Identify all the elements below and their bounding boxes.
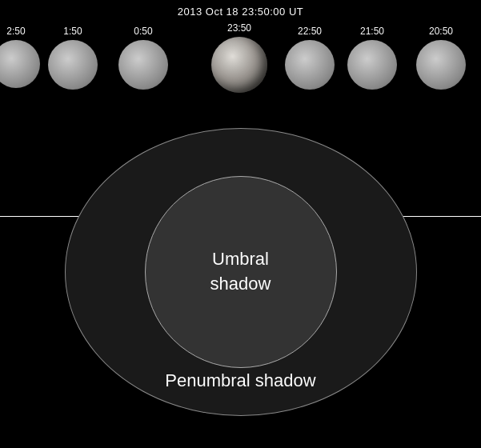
title-text: 2013 Oct 18 23:50:00 UT [178, 6, 303, 18]
moon-label-22-50: 22:50 [298, 26, 322, 37]
moon-label-23-50: 23:50 [227, 22, 251, 34]
penumbral-shadow-circle: Umbral shadow Penumbral shadow [65, 128, 417, 416]
umbral-shadow-circle: Umbral shadow [145, 176, 337, 368]
title-bar: 2013 Oct 18 23:50:00 UT [0, 0, 481, 22]
moon-circle-20-50 [416, 40, 466, 90]
moon-23-50: 23:50 [211, 22, 267, 93]
moon-circle-21-50 [347, 40, 397, 90]
moon-21-50: 21:50 [347, 26, 397, 90]
moon-circle-1-50 [48, 40, 98, 90]
moon-22-50: 22:50 [285, 26, 335, 90]
moon-circle-2-50 [0, 40, 40, 88]
moon-2-50: 2:50 [0, 26, 40, 88]
moon-0-50: 0:50 [118, 26, 168, 90]
moon-strip: 2:50 1:50 0:50 23:50 22:50 21:50 [0, 22, 481, 126]
main-moon-circle [211, 37, 267, 93]
eclipse-diagram: 2013 Oct 18 23:50:00 UT 2:50 1:50 0:50 2… [0, 0, 481, 448]
shadow-diagram: Umbral shadow Penumbral shadow [41, 124, 441, 420]
moon-label-2-50: 2:50 [6, 26, 25, 37]
umbral-shadow-label: Umbral shadow [210, 247, 271, 297]
moon-1-50: 1:50 [48, 26, 98, 90]
moon-label-20-50: 20:50 [429, 26, 453, 37]
moon-label-0-50: 0:50 [134, 26, 152, 37]
moon-20-50: 20:50 [416, 26, 466, 90]
moon-circle-22-50 [285, 40, 335, 90]
moon-circle-0-50 [118, 40, 168, 90]
moon-label-1-50: 1:50 [63, 26, 82, 37]
moon-label-21-50: 21:50 [360, 26, 384, 37]
penumbral-shadow-label: Penumbral shadow [165, 370, 315, 391]
